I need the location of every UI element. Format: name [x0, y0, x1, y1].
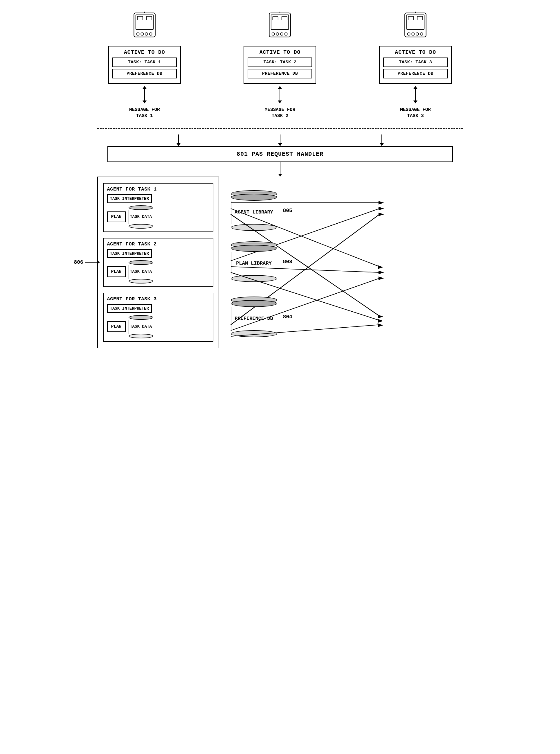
- cyl-body-2: TASK DATA: [128, 265, 153, 279]
- message-arrow-2: [278, 86, 282, 103]
- cyl-top-3: [128, 315, 153, 320]
- label-806-container: 806: [74, 259, 100, 265]
- task-data-cyl-2: TASK DATA: [128, 260, 153, 284]
- agent-box-1: AGENT FOR TASK 1 TASK INTERPRETER PLAN T…: [103, 183, 213, 232]
- arrows-to-pas: [128, 134, 433, 146]
- message-label-3: MESSAGE FORTASK 3: [400, 107, 431, 119]
- pref-db-box-1: PREFERENCE DB: [112, 69, 177, 78]
- diagram: ACTIVE TO DO TASK: TASK 1 PREFERENCE DB …: [77, 12, 483, 365]
- agent-bottom-row-3: PLAN TASK DATA: [107, 315, 209, 339]
- mobile-device-3: [399, 12, 432, 43]
- label-806: 806: [74, 259, 83, 265]
- svg-marker-35: [377, 314, 383, 318]
- message-label-2: MESSAGE FORTASK 2: [265, 107, 296, 119]
- plan-box-1: PLAN: [107, 211, 126, 222]
- agent-title-2: AGENT FOR TASK 2: [107, 241, 209, 247]
- svg-marker-43: [378, 213, 384, 216]
- svg-line-42: [231, 214, 379, 325]
- svg-marker-39: [378, 271, 384, 274]
- mobile-device-1: [128, 12, 161, 43]
- cyl-bottom-1: [128, 224, 153, 229]
- message-arrow-3: [414, 86, 418, 103]
- cyl-body-1: TASK DATA: [128, 210, 153, 224]
- device-col-3: ACTIVE TO DO TASK: TASK 3 PREFERENCE DB …: [372, 12, 459, 120]
- col-arrow-1: [177, 134, 181, 146]
- pas-to-agents-arrow: [278, 162, 282, 177]
- svg-line-36: [231, 209, 379, 261]
- agents-container: AGENT FOR TASK 1 TASK INTERPRETER PLAN T…: [97, 177, 219, 348]
- svg-marker-47: [377, 323, 383, 327]
- active-todo-box-3: ACTIVE TO DO TASK: TASK 3 PREFERENCE DB: [379, 46, 452, 84]
- devices-row: ACTIVE TO DO TASK: TASK 1 PREFERENCE DB …: [77, 12, 483, 120]
- svg-marker-41: [377, 319, 383, 323]
- active-todo-title-1: ACTIVE TO DO: [112, 50, 177, 55]
- cyl-bottom-3: [128, 334, 153, 339]
- arrow-right-head: [97, 260, 100, 264]
- device-col-2: ACTIVE TO DO TASK: TASK 2 PREFERENCE DB …: [236, 12, 323, 120]
- agent-box-3: AGENT FOR TASK 3 TASK INTERPRETER PLAN T…: [103, 293, 213, 342]
- connector-lines-svg: [231, 177, 463, 365]
- agent-title-3: AGENT FOR TASK 3: [107, 296, 209, 302]
- dashed-separator: [97, 128, 463, 129]
- task-box-1: TASK: TASK 1: [112, 58, 177, 67]
- message-label-1: MESSAGE FORTASK 1: [129, 107, 160, 119]
- task-data-cyl-3: TASK DATA: [128, 315, 153, 339]
- svg-marker-37: [378, 207, 384, 210]
- agent-lib-cyl-top2: [231, 194, 277, 201]
- svg-line-32: [231, 209, 379, 267]
- svg-rect-21: [407, 15, 424, 29]
- cyl-top-2: [128, 260, 153, 265]
- svg-marker-33: [377, 265, 383, 269]
- cyl-body-3: TASK DATA: [128, 320, 153, 334]
- agent-bottom-row-2: PLAN TASK DATA: [107, 260, 209, 284]
- cyl-bottom-2: [128, 279, 153, 284]
- svg-marker-31: [378, 201, 384, 205]
- pref-db-cyl-top2: [231, 300, 277, 307]
- agent-bottom-row-1: PLAN TASK DATA: [107, 205, 209, 229]
- connections-and-libraries: AGENT LIBRARY 805: [231, 177, 463, 365]
- message-arrow-1: [142, 86, 146, 103]
- label-806-arrow: [85, 262, 100, 263]
- agent-title-1: AGENT FOR TASK 1: [107, 187, 209, 192]
- svg-rect-11: [271, 15, 289, 29]
- plan-box-3: PLAN: [107, 321, 126, 332]
- bottom-section: 806 AGENT FOR TASK 1 TASK INTERPRETER PL…: [97, 177, 463, 365]
- pref-db-box-3: PREFERENCE DB: [383, 69, 448, 78]
- task-box-2: TASK: TASK 2: [248, 58, 312, 67]
- pref-db-box-2: PREFERENCE DB: [248, 69, 312, 78]
- task-interpreter-3: TASK INTERPRETER: [107, 304, 152, 313]
- active-todo-box-2: ACTIVE TO DO TASK: TASK 2 PREFERENCE DB: [244, 46, 316, 84]
- active-todo-box-1: ACTIVE TO DO TASK: TASK 1 PREFERENCE DB: [108, 46, 181, 84]
- task-interpreter-1: TASK INTERPRETER: [107, 194, 152, 203]
- plan-lib-cyl-top2: [231, 245, 277, 252]
- cyl-top-1: [128, 205, 153, 210]
- col-arrow-3: [380, 134, 384, 146]
- col-arrow-2: [278, 134, 282, 146]
- mobile-device-2: [264, 12, 296, 43]
- plan-box-2: PLAN: [107, 266, 126, 277]
- agents-outer: 806 AGENT FOR TASK 1 TASK INTERPRETER PL…: [97, 177, 219, 348]
- active-todo-title-3: ACTIVE TO DO: [383, 50, 448, 55]
- device-col-1: ACTIVE TO DO TASK: TASK 1 PREFERENCE DB …: [101, 12, 188, 120]
- pas-handler-box: 801 PAS REQUEST HANDLER: [107, 146, 453, 162]
- task-data-cyl-1: TASK DATA: [128, 205, 153, 229]
- task-box-3: TASK: TASK 3: [383, 58, 448, 67]
- agent-box-2: AGENT FOR TASK 2 TASK INTERPRETER PLAN T…: [103, 238, 213, 287]
- svg-marker-45: [378, 276, 384, 280]
- svg-line-46: [231, 325, 379, 336]
- active-todo-title-2: ACTIVE TO DO: [248, 50, 312, 55]
- svg-rect-1: [136, 15, 154, 29]
- task-interpreter-2: TASK INTERPRETER: [107, 249, 152, 258]
